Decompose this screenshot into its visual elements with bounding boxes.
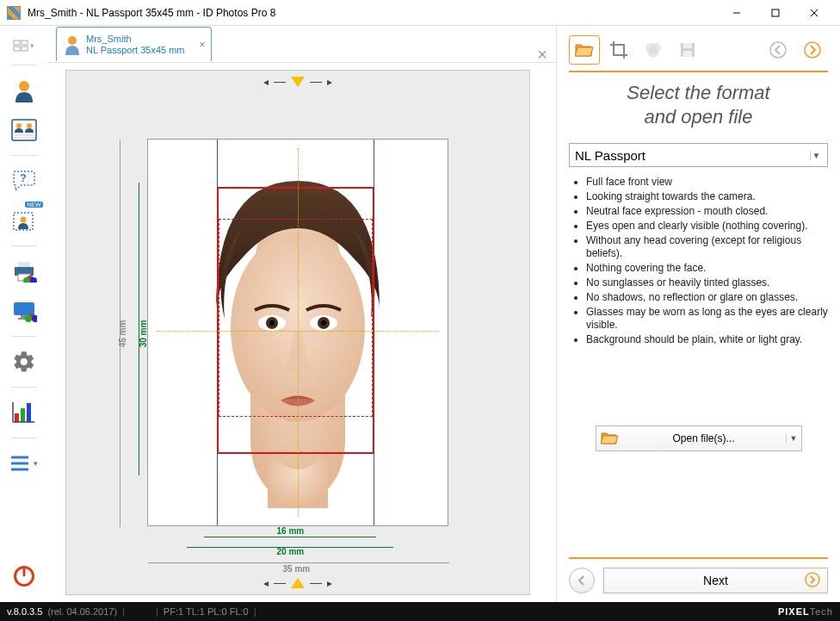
window-close-button[interactable] — [794, 0, 833, 25]
chevron-down-icon[interactable]: ▼ — [786, 434, 801, 443]
svg-rect-18 — [18, 262, 30, 267]
svg-point-39 — [68, 36, 77, 45]
nav-forward-button[interactable] — [797, 35, 828, 65]
svg-rect-5 — [22, 40, 28, 45]
rule-item: Glasses may be worn as long as the eyes … — [586, 306, 828, 332]
contacts-button[interactable] — [7, 113, 41, 147]
settings-button[interactable] — [7, 345, 41, 379]
crop-button[interactable] — [603, 35, 634, 65]
svg-rect-1 — [772, 9, 779, 16]
photo-width-label: 35 mm — [283, 564, 311, 574]
color-adjust-button — [638, 35, 669, 65]
grid-tool-button[interactable]: ▾ — [7, 34, 41, 57]
window-titlebar: Mrs_Smith - NL Passport 35x45 mm - ID Ph… — [0, 0, 840, 26]
svg-point-27 — [25, 315, 32, 322]
arrow-right-icon — [805, 572, 820, 590]
power-button[interactable] — [9, 561, 40, 592]
open-files-button[interactable]: Open file(s)... ▼ — [596, 425, 802, 451]
crosshair-h — [157, 331, 439, 332]
svg-point-53 — [770, 42, 786, 58]
chevron-down-icon: ▼ — [810, 151, 822, 160]
monitor-button[interactable] — [7, 294, 41, 328]
photo-canvas[interactable]: ◂▸ ◂▸ 45 mm 30 mm 26 mm — [65, 70, 530, 595]
svg-rect-23 — [14, 302, 34, 315]
svg-point-11 — [27, 123, 32, 128]
format-select[interactable]: NL Passport ▼ — [569, 143, 828, 167]
close-all-tabs-button[interactable]: × — [537, 45, 547, 65]
new-photo-button[interactable]: NEW — [7, 203, 41, 238]
next-label: Next — [703, 574, 728, 587]
status-release: (rel. 04.06.2017) — [47, 606, 117, 617]
rule-item: Without any head covering (except for re… — [586, 234, 828, 260]
app-icon — [7, 6, 21, 20]
status-version: v.8.0.3.5 — [7, 606, 42, 617]
svg-rect-4 — [14, 40, 20, 45]
rule-item: No shadows, no reflection or glare on gl… — [586, 291, 828, 304]
bottom-crop-handle[interactable]: ◂▸ — [263, 577, 332, 589]
format-selected-value: NL Passport — [575, 148, 645, 163]
next-step-button[interactable]: Next — [603, 568, 828, 593]
svg-rect-7 — [22, 47, 28, 51]
svg-point-16 — [20, 217, 26, 223]
face-width-16: 16 mm — [277, 526, 305, 536]
tab-format: NL Passport 35x45 mm — [86, 45, 185, 56]
list-menu-button[interactable]: ▾ — [7, 446, 41, 481]
svg-point-8 — [19, 81, 29, 91]
rule-item: Eyes open and clearly visible (nothing c… — [586, 220, 828, 233]
brand-label: PIXELTech — [778, 606, 833, 617]
panel-heading: Select the formatand open file — [569, 81, 828, 129]
face-box-inner — [219, 219, 373, 417]
crosshair-v — [298, 148, 299, 517]
rule-item: Nothing covering the face. — [586, 262, 828, 275]
rule-item: No sunglasses or heavily tinted glasses. — [586, 276, 828, 289]
person-icon — [64, 34, 81, 55]
svg-point-54 — [805, 42, 820, 58]
svg-point-49 — [648, 47, 658, 58]
window-maximize-button[interactable] — [756, 0, 794, 25]
document-tab[interactable]: Mrs_Smith NL Passport 35x45 mm × — [56, 27, 212, 61]
top-crop-handle[interactable]: ◂▸ — [263, 76, 332, 88]
format-rules-list: Full face front view Looking straight to… — [574, 176, 828, 348]
tab-name: Mrs_Smith — [86, 34, 185, 45]
tab-close-button[interactable]: × — [200, 39, 206, 51]
svg-rect-51 — [683, 43, 692, 48]
workspace: Mrs_Smith NL Passport 35x45 mm × × ◂▸ ◂▸… — [47, 26, 556, 602]
face-width-20: 20 mm — [277, 547, 305, 556]
window-title: Mrs_Smith - NL Passport 35x45 mm - ID Ph… — [28, 7, 275, 19]
status-counters: PF:1 TL:1 PL:0 FL:0 — [164, 606, 249, 617]
document-tabs: Mrs_Smith NL Passport 35x45 mm × × — [47, 26, 556, 63]
prev-step-button[interactable] — [569, 568, 595, 593]
rule-item: Full face front view — [586, 176, 828, 189]
stats-button[interactable] — [7, 395, 41, 430]
open-files-label: Open file(s)... — [622, 432, 786, 444]
svg-rect-52 — [683, 51, 692, 57]
svg-point-10 — [16, 123, 22, 128]
window-minimize-button[interactable] — [717, 0, 756, 25]
left-toolbar: ▾ ? NEW — [0, 26, 47, 602]
svg-point-55 — [806, 573, 819, 587]
right-panel: Select the formatand open file NL Passpo… — [556, 26, 840, 602]
rule-item: Neutral face expression - mouth closed. — [586, 205, 828, 218]
save-button — [672, 35, 703, 65]
rule-item: Looking straight towards the camera. — [586, 190, 828, 203]
rule-item: Background should be plain, white or lig… — [586, 333, 828, 346]
open-folder-button[interactable] — [569, 35, 600, 65]
svg-rect-30 — [21, 408, 25, 422]
photo-height-label: 45 mm — [118, 320, 127, 348]
photo-frame — [147, 139, 448, 526]
right-toolbar — [569, 33, 828, 67]
status-bar: v.8.0.3.5 (rel. 04.06.2017) || PF:1 TL:1… — [0, 602, 840, 621]
svg-text:?: ? — [20, 171, 27, 184]
person-button[interactable] — [7, 73, 41, 108]
folder-icon — [596, 432, 622, 445]
help-chat-button[interactable]: ? — [7, 164, 41, 198]
svg-rect-6 — [14, 47, 20, 51]
svg-rect-29 — [15, 413, 19, 422]
nav-back-button[interactable] — [763, 35, 794, 65]
new-badge: NEW — [25, 202, 42, 208]
print-button[interactable] — [7, 254, 41, 289]
svg-rect-31 — [27, 403, 31, 422]
